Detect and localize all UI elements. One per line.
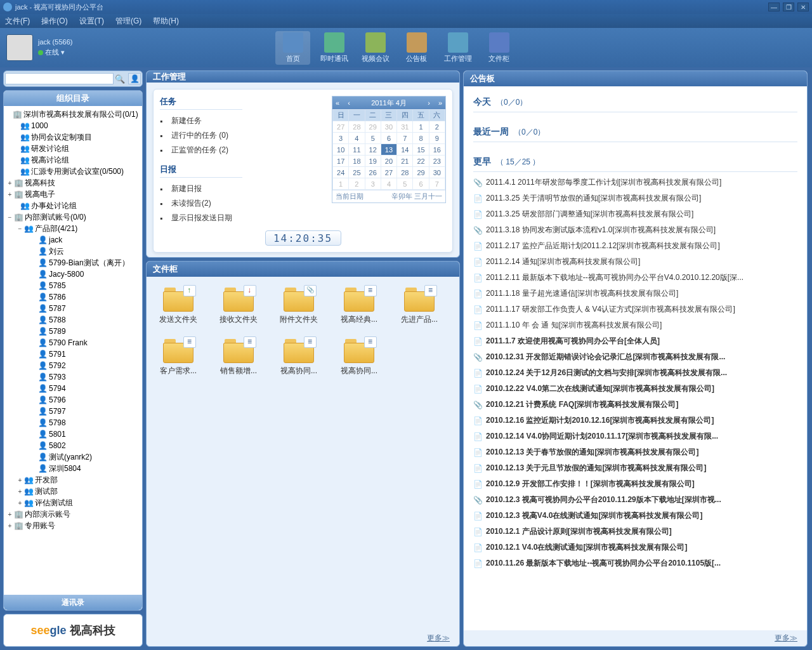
bulletin-item[interactable]: 📄2010.12.24 关于12月26日测试的文档与安排[深圳市视高科技发展有限… <box>473 365 797 381</box>
tree-item[interactable]: 👥1000 <box>5 120 141 131</box>
cal-prev-year[interactable]: « <box>332 99 343 107</box>
bulletin-item[interactable]: 📎2010.12.31 开发部近期错误讨论会记录汇总[深圳市视高科技发展有限..… <box>473 349 797 365</box>
cal-day[interactable]: 1 <box>333 178 349 190</box>
tree-item[interactable]: +🏢视高科技 <box>5 177 141 189</box>
bulletin-item[interactable]: 📄2011.3.25 研发部部门调整通知[深圳市视高科技发展有限公司] <box>473 206 797 222</box>
tree-item[interactable]: 👤5792 <box>5 360 141 371</box>
cal-day[interactable]: 30 <box>381 121 396 133</box>
search-input[interactable] <box>5 73 114 84</box>
cal-day[interactable]: 31 <box>397 121 413 133</box>
action-link[interactable]: ▪显示日报发送日期 <box>160 211 242 225</box>
cal-day[interactable]: 3 <box>333 133 349 144</box>
cal-day[interactable]: 1 <box>413 121 429 133</box>
tree-item[interactable]: 👤5789 <box>5 326 141 337</box>
tree-expand-icon[interactable]: + <box>6 180 13 187</box>
tree-expand-icon[interactable]: − <box>16 225 23 232</box>
tree-item[interactable]: 👥汇源专用测试会议室(0/500) <box>5 166 141 177</box>
tree-item[interactable]: 👤5786 <box>5 291 141 303</box>
bulletin-item[interactable]: 📄2011.3.25 关于清明节放假的通知[深圳市视高科技发展有限公司] <box>473 190 797 206</box>
cal-day[interactable]: 10 <box>333 144 349 156</box>
tree-item[interactable]: +👥测试部 <box>5 486 141 497</box>
tree-item[interactable]: +👥评估测试组 <box>5 497 141 508</box>
menu-item[interactable]: 操作(O) <box>41 16 67 27</box>
cal-day[interactable]: 2 <box>349 178 365 190</box>
cal-day[interactable]: 25 <box>349 167 365 178</box>
tree-expand-icon[interactable]: + <box>6 522 13 529</box>
tree-item[interactable]: −🏢内部测试账号(0/0) <box>5 211 141 223</box>
close-button[interactable]: ✕ <box>797 3 809 11</box>
cal-day[interactable]: 24 <box>333 167 349 178</box>
cal-day[interactable]: 9 <box>429 133 445 144</box>
tree-item[interactable]: 👤jack <box>5 234 141 246</box>
bulletin-item[interactable]: 📎2010.12.21 计费系统 FAQ[深圳市视高科技发展有限公司] <box>473 397 797 413</box>
cal-today-label[interactable]: 当前日期 <box>336 192 363 201</box>
folder-item[interactable]: 客户需求... <box>156 338 200 376</box>
menu-item[interactable]: 帮助(H) <box>153 16 179 27</box>
tree-item[interactable]: 🏢深圳市视高科技发展有限公司(0/1) <box>5 109 141 120</box>
tree-expand-icon[interactable]: + <box>6 511 13 518</box>
cal-day[interactable]: 18 <box>349 156 365 167</box>
folder-item[interactable]: 附件文件夹 <box>277 286 321 325</box>
cal-day[interactable]: 27 <box>333 121 349 133</box>
tree-item[interactable]: 👤5791 <box>5 348 141 360</box>
bulletin-item[interactable]: 📄2010.12.16 监控近期计划2010.12.16[深圳市视高科技发展有限… <box>473 413 797 428</box>
tree-expand-icon[interactable]: + <box>16 477 23 484</box>
bulletin-item[interactable]: 📄2010.12.9 开发部工作安排！！[深圳市视高科技发展有限公司] <box>473 476 797 492</box>
folder-item[interactable]: 视高协同... <box>277 338 321 376</box>
bulletin-item[interactable]: 📄2011.2.17 监控产品近期计划2011.2.12[深圳市视高科技发展有限… <box>473 238 797 254</box>
cal-day[interactable]: 6 <box>381 133 396 144</box>
tree-item[interactable]: 👤5799-Bian测试（离开） <box>5 257 141 269</box>
bulletin-more-link[interactable]: 更多≫ <box>464 630 807 646</box>
tree-item[interactable]: 👤5798 <box>5 417 141 428</box>
bulletin-item[interactable]: 📎2011.4.1 2011年研发部每季度工作计划[深圳市视高科技发展有限公司] <box>473 175 797 190</box>
tree-item[interactable]: 👤5788 <box>5 314 141 326</box>
cal-day[interactable]: 15 <box>413 144 429 156</box>
tree-item[interactable]: 👤5796 <box>5 394 141 406</box>
tree-item[interactable]: 👤5801 <box>5 428 141 440</box>
tree-expand-icon[interactable]: − <box>6 214 13 221</box>
cal-day[interactable]: 28 <box>349 121 365 133</box>
tree-item[interactable]: 👤5793 <box>5 371 141 383</box>
cal-day[interactable]: 5 <box>397 178 413 190</box>
cal-day[interactable]: 4 <box>381 178 396 190</box>
org-tree[interactable]: 🏢深圳市视高科技发展有限公司(0/1)👥1000👥协同会议定制项目👥研发讨论组👥… <box>4 106 142 595</box>
cabinet-more-link[interactable]: 更多≫ <box>147 630 459 646</box>
topnav-item[interactable]: 工作管理 <box>440 31 475 65</box>
cal-day[interactable]: 12 <box>365 144 381 156</box>
bulletin-item[interactable]: 📄2011.1.10 年 会 通 知[深圳市视高科技发展有限公司] <box>473 317 797 333</box>
status-selector[interactable]: 在线 ▾ <box>38 48 72 57</box>
bulletin-item[interactable]: 📎2011.3.18 协同发布测试版本流程v1.0[深圳市视高科技发展有限公司] <box>473 222 797 238</box>
tree-item[interactable]: 👤刘云 <box>5 246 141 257</box>
bulletin-item[interactable]: 📄2010.12.3 视高V4.0在线测试通知[深圳市视高科技发展有限公司] <box>473 508 797 524</box>
minimize-button[interactable]: — <box>768 3 780 11</box>
cal-day[interactable]: 21 <box>397 156 413 167</box>
cal-day[interactable]: 6 <box>413 178 429 190</box>
bulletin-item[interactable]: 📄2011.1.17 研发部工作负责人 & V4认证方式[深圳市视高科技发展有限… <box>473 302 797 317</box>
bulletin-item[interactable]: 📄2011.1.18 量子超光速通信[深圳市视高科技发展有限公司] <box>473 286 797 302</box>
cal-prev-month[interactable]: ‹ <box>344 99 354 107</box>
cal-day[interactable]: 27 <box>381 167 396 178</box>
tree-item[interactable]: 👤5790 Frank <box>5 337 141 348</box>
cal-day[interactable]: 4 <box>349 133 365 144</box>
folder-item[interactable]: 先进产品... <box>397 286 442 325</box>
action-link[interactable]: ▪新建日报 <box>160 182 242 196</box>
bulletin-item[interactable]: 📄2010.11.26 最新版本下载地址--视高可视协同办公平台2010.110… <box>473 555 797 571</box>
cal-day[interactable]: 13 <box>381 144 396 156</box>
cal-day[interactable]: 5 <box>365 133 381 144</box>
topnav-item[interactable]: 即时通讯 <box>317 31 351 65</box>
bulletin-item[interactable]: 📄2010.12.13 关于春节放假的通知[深圳市视高科技发展有限公司] <box>473 444 797 460</box>
menu-item[interactable]: 设置(T) <box>79 16 104 27</box>
folder-item[interactable]: 视高协同... <box>337 338 381 376</box>
topnav-item[interactable]: 文件柜 <box>481 31 516 65</box>
search-icon[interactable]: 🔍 <box>114 74 126 84</box>
bulletin-item[interactable]: 📄2010.12.1 V4.0在线测试通知[深圳市视高科技发展有限公司] <box>473 540 797 555</box>
bulletin-item[interactable]: 📄2010.12.1 产品设计原则[深圳市视高科技发展有限公司] <box>473 524 797 540</box>
action-link[interactable]: ▪未读报告(2) <box>160 196 242 211</box>
bulletin-item[interactable]: 📎2010.12.3 视高可视协同办公平台2010.11.29版本下载地址[深圳… <box>473 492 797 508</box>
cal-day[interactable]: 17 <box>333 156 349 167</box>
cal-day[interactable]: 14 <box>397 144 413 156</box>
tree-item[interactable]: 👤5802 <box>5 440 141 451</box>
tree-item[interactable]: 👥视高讨论组 <box>5 154 141 166</box>
cal-day[interactable]: 29 <box>413 167 429 178</box>
maximize-button[interactable]: ❐ <box>783 3 794 11</box>
